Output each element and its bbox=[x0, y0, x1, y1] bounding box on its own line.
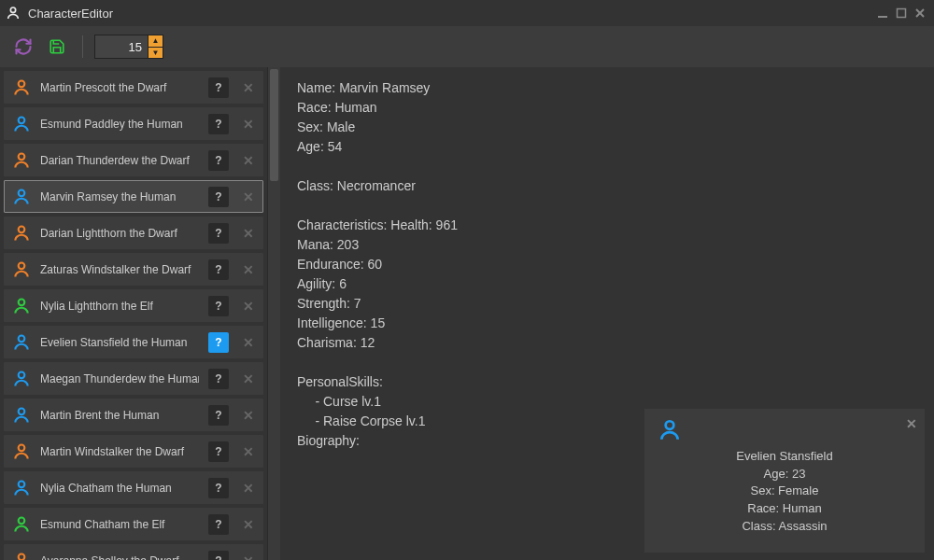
popup-sex: Sex: Female bbox=[658, 483, 912, 500]
character-list-item[interactable]: Darian Lightthorn the Dwarf?✕ bbox=[4, 217, 263, 249]
svg-point-9 bbox=[19, 226, 25, 232]
character-list-item[interactable]: Avarenna Shelley the Dwarf?✕ bbox=[4, 544, 263, 560]
character-list-pane: Martin Prescott the Dwarf?✕Esmund Paddle… bbox=[0, 67, 280, 560]
character-list-item[interactable]: Martin Brent the Human?✕ bbox=[4, 399, 263, 431]
delete-button[interactable]: ✕ bbox=[238, 259, 259, 280]
delete-button[interactable]: ✕ bbox=[238, 369, 259, 389]
delete-button[interactable]: ✕ bbox=[238, 150, 259, 171]
spin-down-button[interactable]: ▼ bbox=[148, 47, 163, 59]
list-scrollbar[interactable] bbox=[267, 67, 280, 560]
character-name-label: Evelien Stansfield the Human bbox=[40, 336, 199, 349]
popup-person-icon bbox=[658, 418, 912, 442]
character-name-label: Darian Lightthorn the Dwarf bbox=[40, 227, 199, 240]
info-button[interactable]: ? bbox=[208, 223, 229, 244]
svg-point-12 bbox=[19, 335, 25, 342]
count-spinner[interactable]: ▲ ▼ bbox=[94, 35, 163, 59]
info-button[interactable]: ? bbox=[208, 114, 229, 134]
info-button[interactable]: ? bbox=[208, 150, 229, 171]
delete-button[interactable]: ✕ bbox=[238, 223, 259, 244]
main-area: Martin Prescott the Dwarf?✕Esmund Paddle… bbox=[0, 67, 934, 560]
character-list-item[interactable]: Nylia Lightthorn the Elf?✕ bbox=[4, 289, 263, 322]
list-scroll-thumb[interactable] bbox=[270, 69, 278, 181]
app-icon bbox=[6, 6, 21, 21]
character-list-item[interactable]: Martin Windstalker the Dwarf?✕ bbox=[4, 435, 263, 468]
person-icon bbox=[12, 333, 31, 352]
info-button[interactable]: ? bbox=[208, 551, 229, 561]
svg-rect-2 bbox=[898, 9, 906, 18]
delete-button[interactable]: ✕ bbox=[238, 114, 259, 134]
character-popup: ✕ Evelien Stansfield Age: 23 Sex: Female… bbox=[644, 409, 925, 553]
window-minimize-button[interactable] bbox=[874, 5, 891, 21]
detail-race: Race: Human bbox=[297, 98, 917, 118]
character-list-item[interactable]: Darian Thunderdew the Dwarf?✕ bbox=[4, 144, 263, 176]
character-name-label: Darian Thunderdew the Dwarf bbox=[40, 154, 199, 167]
detail-skills-header: PersonalSkills: bbox=[297, 372, 917, 392]
character-list-item[interactable]: Zaturas Windstalker the Dwarf?✕ bbox=[4, 253, 263, 286]
character-name-label: Martin Windstalker the Dwarf bbox=[40, 445, 199, 458]
delete-button[interactable]: ✕ bbox=[238, 514, 259, 535]
detail-pane: Name: Marvin Ramsey Race: Human Sex: Mal… bbox=[280, 67, 934, 560]
character-list-item[interactable]: Evelien Stansfield the Human?✕ bbox=[4, 326, 263, 358]
delete-button[interactable]: ✕ bbox=[238, 441, 259, 462]
window-close-button[interactable] bbox=[912, 5, 928, 21]
toolbar: ▲ ▼ bbox=[0, 26, 934, 67]
person-icon bbox=[12, 188, 31, 206]
character-list-item[interactable]: Esmund Paddley the Human?✕ bbox=[4, 107, 263, 140]
info-button[interactable]: ? bbox=[208, 369, 229, 389]
blank bbox=[297, 157, 917, 176]
save-button[interactable] bbox=[43, 33, 71, 61]
svg-point-16 bbox=[19, 481, 25, 487]
info-button[interactable]: ? bbox=[208, 187, 229, 207]
delete-button[interactable]: ✕ bbox=[238, 296, 259, 316]
svg-point-0 bbox=[10, 7, 15, 12]
info-button[interactable]: ? bbox=[208, 478, 229, 498]
info-button[interactable]: ? bbox=[208, 259, 229, 280]
delete-button[interactable]: ✕ bbox=[238, 77, 259, 98]
svg-point-15 bbox=[19, 444, 25, 451]
info-button[interactable]: ? bbox=[208, 332, 229, 353]
info-button[interactable]: ? bbox=[208, 405, 229, 426]
info-button[interactable]: ? bbox=[208, 441, 229, 462]
refresh-button[interactable] bbox=[9, 33, 37, 61]
character-list-item[interactable]: Marvin Ramsey the Human?✕ bbox=[4, 180, 263, 213]
app-title: CharacterEditor bbox=[28, 7, 113, 21]
character-name-label: Maegan Thunderdew the Human bbox=[40, 372, 199, 385]
popup-close-button[interactable]: ✕ bbox=[906, 414, 917, 434]
popup-race: Race: Human bbox=[658, 500, 912, 518]
person-icon bbox=[12, 406, 31, 425]
delete-button[interactable]: ✕ bbox=[238, 187, 259, 207]
character-list-item[interactable]: Nylia Chatham the Human?✕ bbox=[4, 471, 263, 504]
delete-button[interactable]: ✕ bbox=[238, 551, 259, 561]
person-icon bbox=[12, 479, 31, 497]
detail-mana: Mana: 203 bbox=[297, 235, 917, 255]
svg-point-8 bbox=[19, 189, 25, 196]
popup-name: Evelien Stansfield bbox=[658, 448, 912, 466]
spin-up-button[interactable]: ▲ bbox=[148, 35, 163, 47]
character-list-item[interactable]: Maegan Thunderdew the Human?✕ bbox=[4, 362, 263, 395]
delete-button[interactable]: ✕ bbox=[238, 478, 259, 498]
person-icon bbox=[12, 151, 31, 170]
detail-endurance: Endurance: 60 bbox=[297, 255, 917, 274]
person-icon bbox=[12, 78, 31, 97]
character-name-label: Martin Prescott the Dwarf bbox=[40, 81, 199, 94]
window-maximize-button[interactable] bbox=[893, 5, 910, 21]
detail-strength: Strength: 7 bbox=[297, 294, 917, 314]
count-input[interactable] bbox=[95, 35, 148, 58]
detail-class: Class: Necromancer bbox=[297, 176, 917, 196]
svg-point-17 bbox=[19, 517, 25, 524]
blank bbox=[297, 196, 917, 216]
svg-point-19 bbox=[666, 421, 674, 429]
info-button[interactable]: ? bbox=[208, 296, 229, 316]
svg-point-6 bbox=[19, 117, 25, 123]
character-name-label: Marvin Ramsey the Human bbox=[40, 190, 199, 203]
character-list-item[interactable]: Martin Prescott the Dwarf?✕ bbox=[4, 71, 263, 104]
popup-age: Age: 23 bbox=[658, 466, 912, 483]
character-list-item[interactable]: Esmund Chatham the Elf?✕ bbox=[4, 508, 263, 540]
delete-button[interactable]: ✕ bbox=[238, 332, 259, 353]
info-button[interactable]: ? bbox=[208, 514, 229, 535]
character-name-label: Avarenna Shelley the Dwarf bbox=[40, 554, 199, 561]
info-button[interactable]: ? bbox=[208, 77, 229, 98]
delete-button[interactable]: ✕ bbox=[238, 405, 259, 426]
character-name-label: Nylia Lightthorn the Elf bbox=[40, 300, 199, 313]
character-name-label: Esmund Chatham the Elf bbox=[40, 518, 199, 531]
